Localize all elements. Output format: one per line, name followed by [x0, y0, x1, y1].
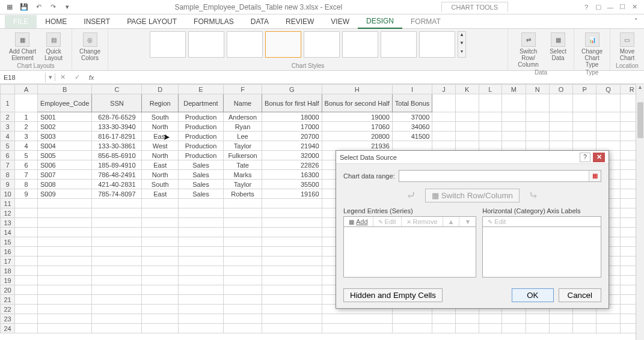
tab-review[interactable]: REVIEW: [277, 15, 322, 28]
cell[interactable]: [223, 257, 262, 266]
cell[interactable]: [178, 295, 223, 305]
cell[interactable]: [432, 132, 455, 141]
cell[interactable]: 21936: [322, 141, 392, 151]
cell[interactable]: [92, 276, 142, 285]
cell[interactable]: West: [142, 141, 178, 151]
tab-insert[interactable]: INSERT: [75, 15, 118, 28]
row-header-8[interactable]: 8: [1, 170, 15, 180]
cell[interactable]: S003: [37, 132, 91, 141]
cell[interactable]: [142, 285, 178, 295]
cell[interactable]: [573, 132, 596, 141]
col-header-O[interactable]: O: [549, 85, 572, 94]
row-header-22[interactable]: 22: [1, 305, 15, 314]
cell[interactable]: 17060: [322, 122, 392, 132]
cell[interactable]: [549, 112, 572, 122]
cell[interactable]: 628-76-6529: [92, 112, 142, 122]
cell[interactable]: [178, 228, 223, 237]
cell[interactable]: [262, 228, 322, 237]
row-header-24[interactable]: 24: [1, 324, 15, 333]
cell[interactable]: [549, 324, 572, 333]
cell[interactable]: Taylor: [223, 141, 262, 151]
cell[interactable]: [142, 276, 178, 285]
col-header-D[interactable]: D: [142, 85, 178, 94]
cell[interactable]: [15, 266, 38, 276]
row-header-23[interactable]: 23: [1, 314, 15, 324]
dialog-close-icon[interactable]: ✕: [593, 153, 605, 162]
table-header[interactable]: Total Bonus: [392, 94, 432, 112]
cell[interactable]: [92, 314, 142, 324]
row-header-1[interactable]: 1: [1, 94, 15, 112]
table-header[interactable]: Bonus for second Half: [322, 94, 392, 112]
cell[interactable]: [15, 208, 38, 218]
cell[interactable]: [262, 247, 322, 257]
cell[interactable]: [573, 141, 596, 151]
cell[interactable]: [455, 132, 479, 141]
table-header[interactable]: Bonus for first Half: [262, 94, 322, 112]
cell[interactable]: 4: [15, 141, 38, 151]
cell[interactable]: [92, 237, 142, 247]
cell[interactable]: [392, 141, 432, 151]
cell[interactable]: [15, 276, 38, 285]
maximize-icon[interactable]: ☐: [616, 3, 628, 11]
row-header-16[interactable]: 16: [1, 247, 15, 257]
cell[interactable]: Sales: [178, 170, 223, 180]
cell[interactable]: [223, 199, 262, 208]
cell[interactable]: [92, 285, 142, 295]
add-chart-element-button[interactable]: ▦Add Chart Element: [7, 31, 38, 62]
cell[interactable]: S008: [37, 180, 91, 189]
cell[interactable]: [92, 218, 142, 228]
table-header[interactable]: SSN: [92, 94, 142, 112]
cell[interactable]: Production: [178, 141, 223, 151]
cell[interactable]: [502, 112, 526, 122]
cell[interactable]: [502, 122, 526, 132]
cell[interactable]: S004: [37, 141, 91, 151]
cell[interactable]: [526, 324, 549, 333]
chart-style-8[interactable]: [419, 31, 455, 58]
cell[interactable]: [479, 314, 502, 324]
cell[interactable]: [37, 305, 91, 314]
cell[interactable]: [455, 324, 479, 333]
vertical-scrollbar[interactable]: ▲: [636, 84, 644, 340]
cell[interactable]: [502, 132, 526, 141]
cell[interactable]: 32000: [262, 151, 322, 160]
cell[interactable]: South: [142, 180, 178, 189]
cell[interactable]: South: [142, 112, 178, 122]
cell[interactable]: 185-89-4910: [92, 160, 142, 170]
cell[interactable]: [15, 199, 38, 208]
minimize-icon[interactable]: —: [604, 4, 616, 11]
cell[interactable]: S006: [37, 160, 91, 170]
cell[interactable]: [262, 314, 322, 324]
row-header-14[interactable]: 14: [1, 228, 15, 237]
col-header-C[interactable]: C: [92, 85, 142, 94]
cell[interactable]: [142, 314, 178, 324]
chart-style-7[interactable]: [381, 31, 417, 58]
cell[interactable]: East: [142, 189, 178, 199]
cell[interactable]: [142, 208, 178, 218]
quick-layout-button[interactable]: ▤Quick Layout: [42, 31, 65, 62]
cell[interactable]: 7: [15, 170, 38, 180]
cell[interactable]: [142, 247, 178, 257]
row-header-13[interactable]: 13: [1, 218, 15, 228]
cell[interactable]: Production: [178, 132, 223, 141]
cell[interactable]: 19000: [322, 112, 392, 122]
cell[interactable]: Ryan: [223, 122, 262, 132]
cell[interactable]: [502, 324, 526, 333]
cell[interactable]: [432, 141, 455, 151]
enter-formula-icon[interactable]: ✓: [70, 73, 84, 81]
cell[interactable]: 19160: [262, 189, 322, 199]
dialog-help-icon[interactable]: ?: [580, 153, 590, 162]
cell[interactable]: [142, 199, 178, 208]
switch-row-column-button[interactable]: ⇄Switch Row/ Column: [513, 31, 544, 69]
gallery-down-icon[interactable]: ▼: [458, 40, 465, 49]
cell[interactable]: [15, 285, 38, 295]
col-header-H[interactable]: H: [322, 85, 392, 94]
cell[interactable]: 18000: [262, 112, 322, 122]
chart-style-1[interactable]: [150, 31, 186, 58]
col-header-M[interactable]: M: [502, 85, 526, 94]
cell[interactable]: [479, 112, 502, 122]
cell[interactable]: [223, 314, 262, 324]
cell[interactable]: 34060: [392, 122, 432, 132]
cell[interactable]: [432, 314, 455, 324]
col-header-P[interactable]: P: [573, 85, 596, 94]
cell[interactable]: [262, 276, 322, 285]
